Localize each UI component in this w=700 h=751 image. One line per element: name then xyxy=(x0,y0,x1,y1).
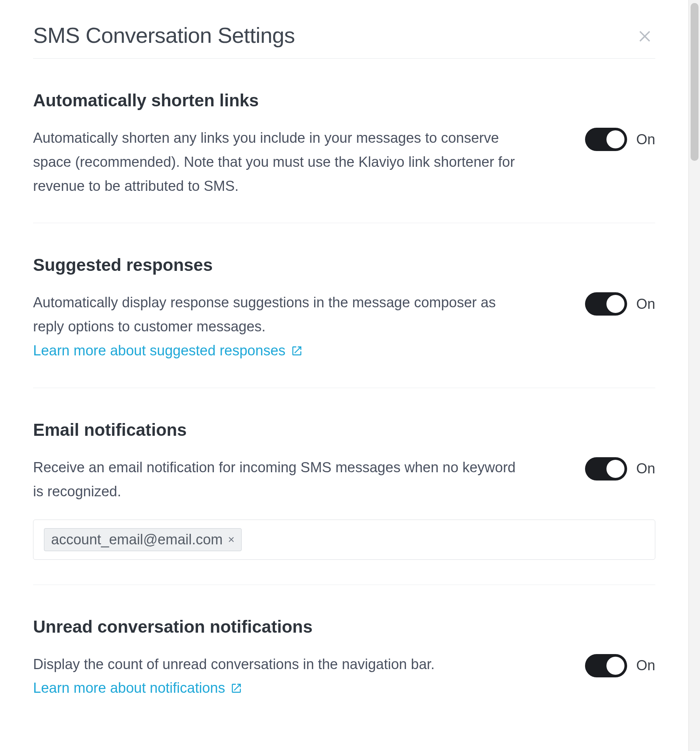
section-title-unread-notifications: Unread conversation notifications xyxy=(33,617,655,637)
shorten-links-toggle[interactable] xyxy=(585,128,627,151)
unread-notifications-toggle-wrap: On xyxy=(585,654,655,677)
scrollbar-thumb[interactable] xyxy=(691,3,698,161)
modal-title: SMS Conversation Settings xyxy=(33,23,295,48)
section-title-suggested-responses: Suggested responses xyxy=(33,255,655,275)
email-notifications-toggle[interactable] xyxy=(585,457,627,481)
section-suggested-responses: Suggested responses Automatically displa… xyxy=(33,223,655,388)
external-link-icon xyxy=(291,345,303,357)
suggested-responses-description: Automatically display response suggestio… xyxy=(33,295,496,334)
section-title-shorten-links: Automatically shorten links xyxy=(33,90,655,110)
close-icon xyxy=(637,27,653,43)
suggested-responses-toggle-wrap: On xyxy=(585,292,655,315)
section-unread-notifications: Unread conversation notifications Displa… xyxy=(33,585,655,725)
shorten-links-description: Automatically shorten any links you incl… xyxy=(33,126,529,198)
sms-conversation-settings-modal: SMS Conversation Settings Automatically … xyxy=(0,0,688,751)
unread-notifications-link-text: Learn more about notifications xyxy=(33,676,225,700)
email-chip: account_email@email.com × xyxy=(44,528,242,551)
email-chip-remove[interactable]: × xyxy=(228,534,235,545)
toggle-knob xyxy=(606,295,624,313)
suggested-responses-description-block: Automatically display response suggestio… xyxy=(33,291,529,363)
suggested-responses-learn-more-link[interactable]: Learn more about suggested responses xyxy=(33,339,303,363)
close-button[interactable] xyxy=(634,25,655,46)
toggle-knob xyxy=(606,460,624,478)
toggle-knob xyxy=(606,657,624,675)
unread-notifications-toggle[interactable] xyxy=(585,654,627,677)
shorten-links-toggle-label: On xyxy=(636,131,655,148)
unread-notifications-description: Display the count of unread conversation… xyxy=(33,656,435,672)
suggested-responses-link-text: Learn more about suggested responses xyxy=(33,339,286,363)
suggested-responses-toggle[interactable] xyxy=(585,292,627,315)
unread-notifications-toggle-label: On xyxy=(636,657,655,674)
shorten-links-toggle-wrap: On xyxy=(585,128,655,151)
scrollbar-track[interactable] xyxy=(688,0,700,751)
email-chip-text: account_email@email.com xyxy=(51,532,223,548)
section-title-email-notifications: Email notifications xyxy=(33,420,655,440)
suggested-responses-toggle-label: On xyxy=(636,296,655,312)
email-notifications-input[interactable]: account_email@email.com × xyxy=(33,519,655,560)
section-email-notifications: Email notifications Receive an email not… xyxy=(33,388,655,585)
email-notifications-toggle-label: On xyxy=(636,460,655,477)
unread-notifications-learn-more-link[interactable]: Learn more about notifications xyxy=(33,676,243,700)
modal-header: SMS Conversation Settings xyxy=(33,23,655,59)
section-shorten-links: Automatically shorten links Automaticall… xyxy=(33,59,655,223)
email-notifications-description: Receive an email notification for incomi… xyxy=(33,456,529,504)
external-link-icon xyxy=(230,682,243,694)
toggle-knob xyxy=(606,130,624,148)
email-notifications-toggle-wrap: On xyxy=(585,457,655,481)
unread-notifications-description-block: Display the count of unread conversation… xyxy=(33,652,529,701)
